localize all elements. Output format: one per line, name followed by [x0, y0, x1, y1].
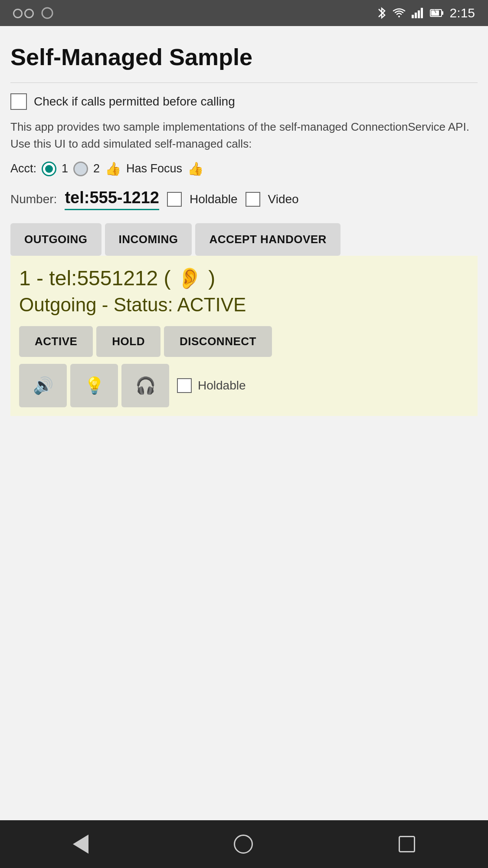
thumbs-up-emoji: 👍	[105, 161, 121, 176]
acct-row: Acct: 1 2 👍 Has Focus 👍	[10, 161, 478, 176]
svg-rect-2	[415, 13, 417, 18]
accept-handover-button[interactable]: ACCEPT HANDOVER	[195, 223, 340, 256]
holdable-check-row[interactable]: Holdable	[177, 378, 246, 393]
bulb-button[interactable]: 💡	[70, 364, 118, 407]
call-action-row: ACTIVE HOLD DISCONNECT	[19, 326, 469, 357]
bottom-nav	[0, 820, 488, 868]
speaker-icon: 🔊	[33, 376, 53, 395]
svg-rect-4	[421, 8, 423, 18]
has-focus-emoji: 👍	[187, 161, 203, 176]
battery-icon	[430, 9, 444, 17]
home-icon	[234, 835, 253, 854]
permit-checkbox-row[interactable]: Check if calls permitted before calling	[10, 93, 478, 110]
description-text: This app provides two sample implementat…	[10, 119, 478, 152]
call-status: Outgoing - Status: ACTIVE	[19, 294, 469, 316]
headphones-icon: 🎧	[135, 376, 156, 395]
home-button[interactable]	[234, 835, 253, 854]
holdable-call-label: Holdable	[198, 379, 246, 393]
video-label: Video	[268, 192, 299, 206]
holdable-checkbox[interactable]	[167, 192, 182, 207]
holdable-call-checkbox[interactable]	[177, 378, 192, 393]
signal-icon	[412, 8, 424, 18]
account1-num: 1	[62, 162, 68, 175]
has-focus-label: Has Focus	[126, 162, 182, 175]
account1-radio[interactable]	[42, 162, 56, 176]
bulb-icon: 💡	[84, 376, 105, 395]
video-checkbox[interactable]	[246, 192, 260, 207]
page-title: Self-Managed Sample	[10, 43, 478, 70]
speaker-button[interactable]: 🔊	[19, 364, 67, 407]
call-icon-row: 🔊 💡 🎧 Holdable	[19, 364, 469, 407]
holdable-label: Holdable	[190, 192, 238, 206]
account2-radio[interactable]	[73, 162, 88, 176]
call-number: 1 - tel:5551212 ( 👂 )	[19, 266, 469, 290]
headphones-button[interactable]: 🎧	[121, 364, 169, 407]
voicemail-icon	[13, 9, 34, 17]
recent-button[interactable]	[399, 836, 415, 852]
svg-rect-6	[442, 11, 443, 15]
active-button[interactable]: ACTIVE	[19, 326, 93, 357]
outgoing-button[interactable]: OUTGOING	[10, 223, 102, 256]
svg-rect-1	[412, 15, 414, 18]
permit-checkbox-label: Check if calls permitted before calling	[34, 95, 235, 109]
action-buttons-row: OUTGOING INCOMING ACCEPT HANDOVER	[10, 223, 478, 256]
back-button[interactable]	[73, 835, 88, 854]
recent-icon	[399, 836, 415, 852]
back-icon	[73, 835, 88, 854]
number-row: Number: tel:555-1212 Holdable Video	[10, 188, 478, 210]
incoming-button[interactable]: INCOMING	[105, 223, 192, 256]
number-value: tel:555-1212	[65, 188, 159, 210]
hold-button[interactable]: HOLD	[96, 326, 160, 357]
status-bar: 2:15	[0, 0, 488, 26]
divider	[10, 83, 478, 83]
permit-checkbox[interactable]	[10, 93, 27, 110]
circle-icon	[41, 7, 54, 20]
bluetooth-icon	[377, 7, 386, 20]
status-time: 2:15	[450, 6, 475, 20]
svg-point-0	[42, 8, 52, 18]
disconnect-button[interactable]: DISCONNECT	[164, 326, 272, 357]
acct-label: Acct:	[10, 162, 36, 175]
account2-num: 2	[93, 162, 100, 175]
status-icons-left	[13, 7, 54, 20]
number-label: Number:	[10, 192, 57, 206]
wifi-icon	[393, 8, 406, 18]
main-content: Self-Managed Sample Check if calls permi…	[0, 26, 488, 820]
call-card: 1 - tel:5551212 ( 👂 ) Outgoing - Status:…	[10, 256, 478, 416]
status-icons-right: 2:15	[377, 6, 475, 20]
svg-rect-3	[418, 10, 420, 18]
